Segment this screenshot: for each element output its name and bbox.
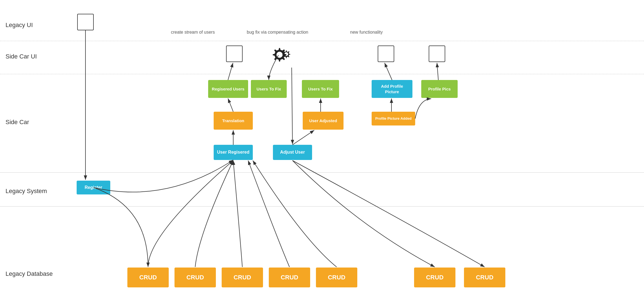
profile-pics-box: Profile Pics [421, 80, 458, 98]
crud-3: CRUD [222, 268, 263, 287]
crud-5: CRUD [316, 268, 357, 287]
profile-picture-added-box: Profile Picture Added [372, 112, 415, 125]
translation-box: User Regisered [214, 145, 253, 160]
lane-label-legacy-database: Legacy Database [6, 270, 53, 277]
side-car-ui-box-3 [429, 46, 445, 62]
legacy-ui-box [77, 14, 94, 30]
add-profile-picture-box: Add Profile Picture [372, 80, 412, 98]
svg-line-5 [228, 63, 233, 80]
svg-line-7 [293, 130, 314, 145]
crud-7: CRUD [464, 268, 505, 287]
crud-6: CRUD [414, 268, 455, 287]
arrows-svg [0, 0, 644, 302]
lane-label-side-car-ui: Side Car UI [6, 53, 37, 60]
crud-2: CRUD [175, 268, 216, 287]
section-label-bug-fix: bug fix via compensating action [247, 30, 308, 35]
register-box: Register [77, 181, 110, 194]
svg-line-4 [228, 98, 233, 112]
side-car-ui-box-1 [226, 46, 243, 62]
users-to-fix-2-box: Users To Fix [302, 80, 339, 98]
section-label-new-functionality: new functionality [350, 30, 383, 35]
svg-line-10 [385, 63, 392, 80]
registered-users-box: Regisered Users [208, 80, 248, 98]
side-car-ui-box-2 [378, 46, 394, 62]
gear-icon [270, 45, 294, 68]
lane-label-legacy-ui: Legacy UI [6, 22, 33, 29]
lane-label-side-car: Side Car [6, 119, 29, 126]
svg-line-11 [437, 63, 438, 80]
svg-line-6 [292, 68, 293, 144]
divider-legacy-system [0, 206, 644, 207]
user-registered-box: Translation [214, 112, 253, 130]
crud-1: CRUD [127, 268, 169, 287]
users-to-fix-box: Users To Fix [251, 80, 287, 98]
divider-legacy-ui [0, 41, 644, 41]
crud-4: CRUD [269, 268, 310, 287]
diagram-container: Legacy UI Side Car UI Side Car Legacy Sy… [0, 0, 644, 302]
adjust-user-box: Adjust User [273, 145, 312, 160]
section-label-create-stream: create stream of users [171, 30, 215, 35]
divider-side-car-ui [0, 74, 644, 74]
divider-side-car [0, 172, 644, 173]
lane-label-legacy-system: Legacy System [6, 188, 47, 195]
user-adjusted-box: User Adjusted [303, 112, 344, 130]
